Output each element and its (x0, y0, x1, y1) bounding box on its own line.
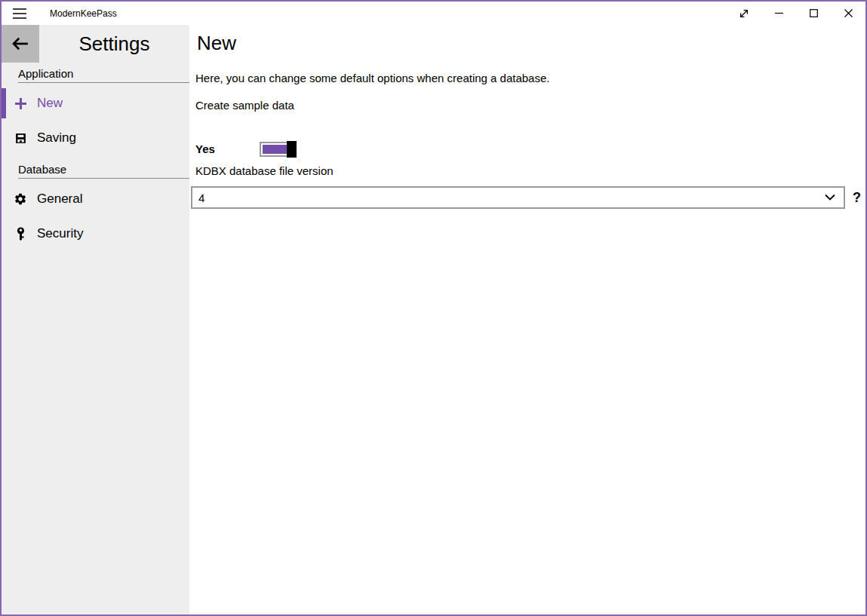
app-body: Settings Application New Saving (2, 25, 865, 614)
maximize-icon (810, 9, 818, 17)
toggle-thumb[interactable] (287, 141, 297, 158)
close-icon (844, 9, 853, 17)
sidebar-item-new[interactable]: New (2, 86, 189, 121)
chevron-down-icon (825, 195, 835, 201)
sidebar-item-general[interactable]: General (2, 182, 189, 216)
kdbx-version-combobox[interactable]: 4 (191, 186, 845, 209)
kdbx-version-help-button[interactable]: ? (853, 190, 861, 206)
sidebar-item-security[interactable]: Security (2, 216, 189, 251)
minimize-icon (775, 9, 783, 17)
plus-icon (14, 97, 27, 110)
app-title: ModernKeePass (50, 8, 117, 19)
selection-indicator (2, 88, 6, 118)
nav-group-database: General Security (2, 182, 189, 251)
section-header-application: Application (18, 67, 189, 83)
settings-title: Settings (39, 25, 189, 63)
nav-group-application: New Saving (2, 86, 189, 155)
hamburger-button[interactable] (2, 2, 38, 25)
hamburger-icon (13, 8, 26, 19)
sidebar-item-label: Security (37, 226, 83, 241)
titlebar: ModernKeePass (2, 2, 865, 25)
maximize-button[interactable] (796, 2, 831, 25)
create-sample-data-toggle[interactable] (260, 141, 297, 158)
gear-icon (14, 192, 27, 206)
close-button[interactable] (831, 2, 865, 25)
create-sample-data-label: Create sample data (195, 99, 294, 112)
kdbx-version-selected-value: 4 (198, 192, 204, 204)
sidebar-item-label: General (37, 192, 82, 207)
kdbx-version-row: 4 ? (191, 186, 865, 209)
toggle-fill (263, 145, 288, 154)
fullscreen-button[interactable] (727, 2, 761, 25)
sidebar-item-label: New (37, 96, 63, 111)
caption-buttons (727, 2, 865, 25)
section-header-database: Database (18, 163, 189, 179)
page-title: New (197, 32, 236, 55)
page-description: Here, you can change some default option… (195, 72, 549, 84)
app-window: ModernKeePass (0, 0, 867, 616)
sidebar-item-label: Saving (37, 130, 76, 146)
back-arrow-icon (12, 37, 29, 51)
minimize-button[interactable] (761, 2, 796, 25)
create-sample-data-row: Yes (195, 140, 497, 158)
sidebar-item-saving[interactable]: Saving (2, 121, 189, 155)
sidebar-header: Settings (2, 25, 189, 63)
kdbx-version-label: KDBX database file version (195, 164, 334, 177)
settings-page-new: New Here, you can change some default op… (189, 25, 865, 614)
settings-sidebar: Settings Application New Saving (2, 25, 189, 614)
back-button[interactable] (2, 25, 39, 63)
toggle-state-label: Yes (195, 143, 215, 155)
save-icon (14, 131, 27, 145)
expand-icon (739, 8, 749, 19)
key-icon (14, 227, 27, 241)
